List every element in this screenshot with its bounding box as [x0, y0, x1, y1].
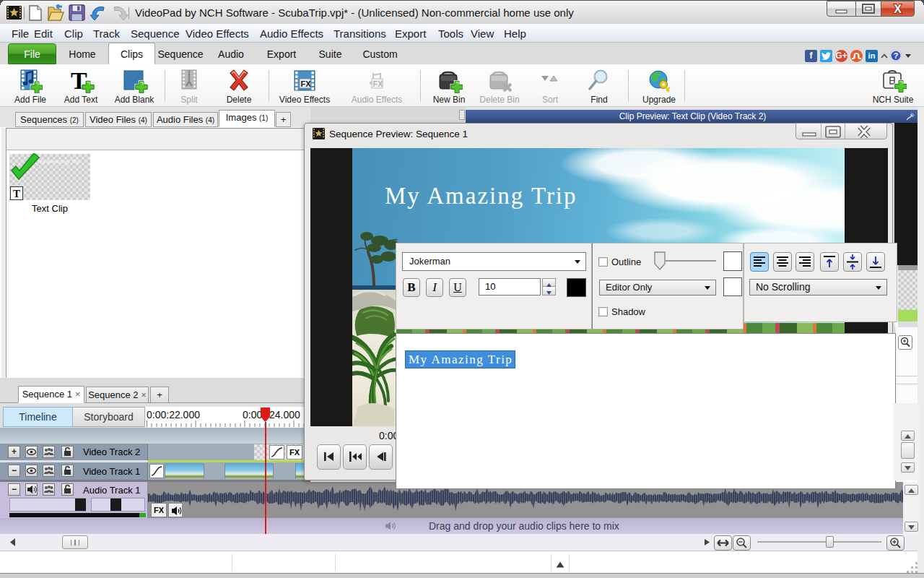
svg-text:X: X: [894, 3, 902, 15]
svg-text:FX: FX: [301, 79, 312, 88]
svg-text:FX: FX: [373, 79, 384, 88]
